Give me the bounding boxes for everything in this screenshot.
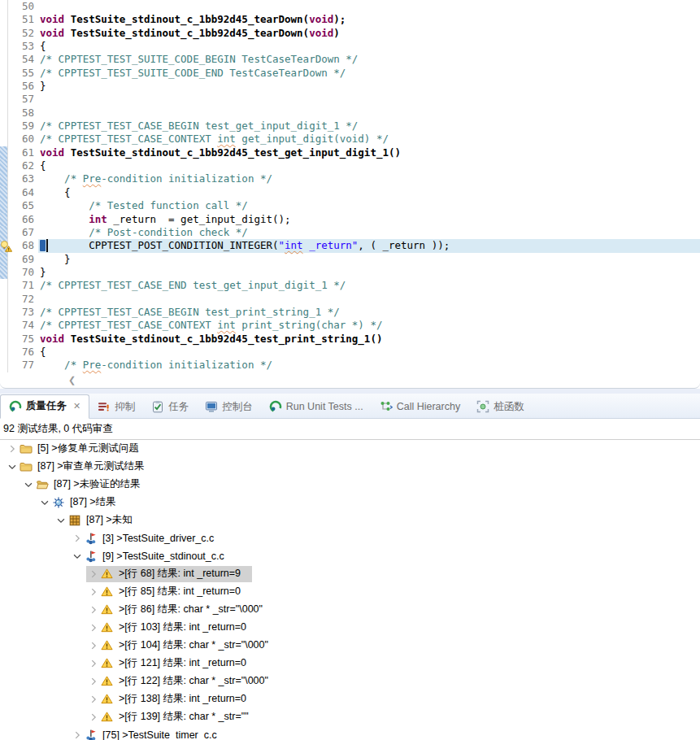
tree-item-content[interactable]: >[行 103] 结果: int _return=0: [86, 620, 258, 636]
code-text[interactable]: /* CPPTEST_TEST_CASE_END test_get_input_…: [38, 279, 700, 292]
code-line[interactable]: 69 }: [0, 253, 700, 266]
code-line[interactable]: 50: [0, 0, 700, 13]
code-line[interactable]: 72: [0, 293, 700, 306]
tree-item[interactable]: [87] >未知: [0, 511, 700, 529]
tree-item-content[interactable]: [5] >修复单元测试问题: [5, 441, 150, 457]
code-text[interactable]: void TestSuite_stdinout_c_1bb92d45_test_…: [38, 146, 700, 159]
code-line[interactable]: 64 {: [0, 186, 700, 199]
chevron-right-icon[interactable]: [86, 568, 101, 581]
code-text[interactable]: {: [38, 40, 700, 53]
tree-item[interactable]: [75] >TestSuite_timer_c.c: [0, 726, 700, 740]
tree-item-selected[interactable]: >[行 68] 结果: int _return=9: [86, 566, 252, 582]
code-text[interactable]: }: [38, 80, 700, 93]
code-line[interactable]: 66 int _return = get_input_digit();: [0, 213, 700, 226]
tree-item-content[interactable]: >[行 85] 结果: int _return=0: [86, 584, 252, 600]
code-text[interactable]: /* CPPTEST_TEST_SUITE_CODE_END TestCaseT…: [38, 67, 700, 80]
chevron-down-icon[interactable]: [5, 460, 20, 473]
code-editor[interactable]: 5051void TestSuite_stdinout_c_1bb92d45_t…: [0, 0, 700, 389]
code-line[interactable]: 59/* CPPTEST_TEST_CASE_BEGIN test_get_in…: [0, 120, 700, 133]
code-text[interactable]: /* CPPTEST_TEST_CASE_CONTEXT int get_inp…: [38, 133, 700, 146]
code-text[interactable]: }: [38, 253, 700, 266]
tree-item[interactable]: [87] >结果: [0, 494, 700, 511]
tree-item[interactable]: >[行 103] 结果: int _return=0: [0, 619, 700, 637]
tree-item-content[interactable]: [87] >未知: [54, 512, 144, 529]
chevron-down-icon[interactable]: [70, 550, 85, 563]
chevron-down-icon[interactable]: [37, 496, 52, 509]
scroll-left-icon[interactable]: ❮: [68, 375, 76, 385]
code-line[interactable]: 74/* CPPTEST_TEST_CASE_CONTEXT int print…: [0, 319, 700, 332]
tree-item-content[interactable]: >[行 104] 结果: char * _str="\000": [86, 638, 280, 654]
tree-item[interactable]: [87] >未验证的结果: [0, 476, 700, 494]
quickfix-warning-icon[interactable]: [0, 240, 12, 252]
code-text[interactable]: {: [38, 159, 700, 172]
tree-item-content[interactable]: >[行 138] 结果: int _return=0: [86, 691, 258, 707]
code-text[interactable]: }: [38, 266, 700, 279]
tree-item[interactable]: >[行 85] 结果: int _return=0: [0, 583, 700, 601]
tree-item-content[interactable]: [87] >审查单元测试结果: [5, 459, 156, 475]
tree-item-content[interactable]: >[行 121] 结果: int _return=0: [86, 655, 258, 672]
code-text[interactable]: /* Pre-condition initialization */: [38, 172, 700, 185]
code-line[interactable]: 57: [0, 93, 700, 106]
code-line[interactable]: 51void TestSuite_stdinout_c_1bb92d45_tea…: [0, 13, 700, 26]
chevron-right-icon[interactable]: [70, 729, 85, 740]
tree-item[interactable]: [87] >审查单元测试结果: [0, 458, 700, 476]
code-text[interactable]: void TestSuite_stdinout_c_1bb92d45_test_…: [38, 333, 700, 346]
code-line[interactable]: 61void TestSuite_stdinout_c_1bb92d45_tes…: [0, 146, 700, 159]
code-text[interactable]: /* Tested function call */: [38, 199, 700, 212]
code-line[interactable]: 60/* CPPTEST_TEST_CASE_CONTEXT int get_i…: [0, 133, 700, 146]
code-line[interactable]: 54/* CPPTEST_TEST_SUITE_CODE_BEGIN TestC…: [0, 53, 700, 66]
code-line[interactable]: 62{: [0, 159, 700, 172]
code-text[interactable]: {: [38, 346, 700, 359]
code-text[interactable]: /* CPPTEST_TEST_CASE_BEGIN test_get_inpu…: [38, 120, 700, 133]
tree-item[interactable]: [5] >修复单元测试问题: [0, 440, 700, 458]
view-tab-抑制[interactable]: 抑制: [89, 396, 143, 418]
tree-item-content[interactable]: [9] >TestSuite_stdinout_c.c: [70, 548, 236, 564]
code-line[interactable]: 77 /* Pre-condition initialization */: [0, 359, 700, 372]
tree-item[interactable]: >[行 122] 结果: char * _str="\000": [0, 673, 700, 690]
view-tab-run-unit-tests-[interactable]: Run Unit Tests ...: [261, 396, 372, 418]
view-tab-quality-tasks[interactable]: 质量任务✕: [0, 394, 89, 419]
code-lines[interactable]: 5051void TestSuite_stdinout_c_1bb92d45_t…: [0, 0, 700, 372]
tree-item[interactable]: >[行 68] 结果: int _return=9: [0, 565, 700, 583]
tree-item[interactable]: [9] >TestSuite_stdinout_c.c: [0, 547, 700, 565]
code-line[interactable]: 52void TestSuite_stdinout_c_1bb92d45_tea…: [0, 27, 700, 40]
chevron-down-icon[interactable]: [54, 514, 68, 527]
chevron-right-icon[interactable]: [86, 639, 101, 652]
tree-item-content[interactable]: [87] >未验证的结果: [21, 477, 152, 493]
code-text[interactable]: CPPTEST_POST_CONDITION_INTEGER("int _ret…: [38, 239, 700, 252]
code-text[interactable]: [38, 107, 700, 120]
tree-item-content[interactable]: >[行 86] 结果: char * _str="\000": [86, 602, 274, 618]
tree-item[interactable]: >[行 86] 结果: char * _str="\000": [0, 601, 700, 619]
code-line[interactable]: 76{: [0, 346, 700, 359]
tree-item-content[interactable]: [87] >结果: [37, 494, 128, 511]
view-tab-call-hierarchy[interactable]: Call Hierarchy: [372, 396, 469, 418]
chevron-right-icon[interactable]: [5, 442, 20, 455]
code-line[interactable]: 56}: [0, 80, 700, 93]
tree-item[interactable]: >[行 121] 结果: int _return=0: [0, 655, 700, 673]
code-line[interactable]: 68 CPPTEST_POST_CONDITION_INTEGER("int _…: [0, 239, 700, 252]
code-text[interactable]: [38, 293, 700, 306]
quality-tasks-tree[interactable]: [5] >修复单元测试问题[87] >审查单元测试结果[87] >未验证的结果[…: [0, 440, 700, 740]
tree-item[interactable]: >[行 104] 结果: char * _str="\000": [0, 637, 700, 655]
code-text[interactable]: [38, 93, 700, 106]
chevron-right-icon[interactable]: [86, 621, 101, 634]
code-line[interactable]: 65 /* Tested function call */: [0, 199, 700, 212]
chevron-right-icon[interactable]: [86, 657, 101, 670]
tree-item[interactable]: [3] >TestSuite_driver_c.c: [0, 529, 700, 547]
code-text[interactable]: int _return = get_input_digit();: [38, 213, 700, 226]
code-line[interactable]: 63 /* Pre-condition initialization */: [0, 172, 700, 185]
code-text[interactable]: [38, 0, 700, 13]
code-text[interactable]: {: [38, 186, 700, 199]
chevron-right-icon[interactable]: [86, 675, 101, 688]
code-text[interactable]: void TestSuite_stdinout_c_1bb92d45_tearD…: [38, 13, 700, 26]
chevron-down-icon[interactable]: [21, 478, 36, 491]
tree-item-content[interactable]: >[行 122] 结果: char * _str="\000": [86, 673, 280, 690]
view-tab-桩函数[interactable]: 桩函数: [468, 396, 533, 418]
tree-item-content[interactable]: >[行 139] 结果: char * _str="": [86, 709, 260, 725]
code-text[interactable]: /* CPPTEST_TEST_CASE_BEGIN test_print_st…: [38, 306, 700, 319]
code-text[interactable]: /* Post-condition check */: [38, 226, 700, 239]
code-line[interactable]: 67 /* Post-condition check */: [0, 226, 700, 239]
code-line[interactable]: 53{: [0, 40, 700, 53]
close-icon[interactable]: ✕: [73, 401, 80, 411]
tree-item[interactable]: >[行 139] 结果: char * _str="": [0, 708, 700, 726]
